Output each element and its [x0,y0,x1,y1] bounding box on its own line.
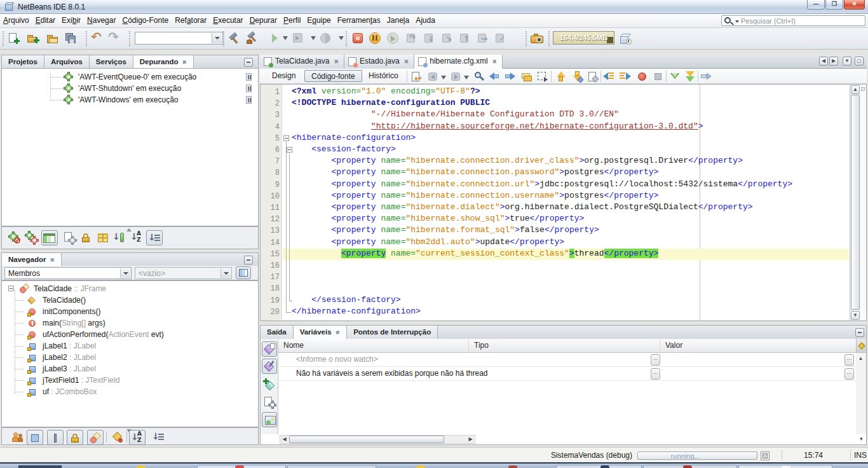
show-non-public-icon[interactable] [67,430,83,445]
continue-icon[interactable] [385,31,400,46]
tab-depurando[interactable]: Depurando✖ [133,55,194,69]
finish-session-icon[interactable] [7,230,22,245]
debug-threads-icon[interactable] [24,230,39,245]
doc-occurrence-icon[interactable] [587,70,599,83]
empty-combobox[interactable]: <vazio> [135,267,232,279]
menu-editar[interactable]: Editar [32,14,58,27]
debug-threads-tree[interactable]: 'AWT-EventQueue-0' em execução'AWT-Shutd… [1,68,259,226]
view-button-design[interactable]: Design [266,70,302,82]
close-tab-icon[interactable]: ✖ [492,59,498,65]
menu-executar[interactable]: Executar [210,14,246,27]
tab-projetos[interactable]: Projetos [2,55,44,69]
forward-icon[interactable] [449,70,462,83]
navigator-item[interactable]: jLabel3 : JLabel [2,363,258,375]
rect-selection-icon[interactable] [536,70,548,83]
variables-row[interactable]: <Informe o novo watch>...... [278,353,856,367]
view-button-histrico[interactable]: Histórico [362,70,405,82]
step-out-icon[interactable]: ↑ [458,31,473,46]
menu-arquivo[interactable]: Arquivo [0,14,32,27]
restore-button[interactable]: ❐ [825,0,843,10]
gui-snapshot-icon[interactable] [529,31,544,46]
new-project-icon[interactable] [25,31,41,46]
thread-row[interactable]: 'AWT-Shutdown' em execução [2,83,258,94]
tab-navegador[interactable]: Navegador✖ [2,253,62,266]
editor-tab-telacidade.java[interactable]: TelaCidade.java✖ [260,55,344,69]
column-header-nome[interactable]: Nome [278,339,469,353]
last-edit-icon[interactable]: ↩ [410,70,423,83]
show-monitors-icon[interactable] [95,230,111,245]
previous-occurrence-icon[interactable] [554,70,567,83]
variables-row[interactable]: Não há variáveis a serem exibidas porque… [278,367,856,381]
step-over-expression-icon[interactable]: ↓ [422,31,437,46]
variables-vertical-scrollbar[interactable]: ▲ [856,353,866,434]
shift-right-icon[interactable] [618,70,631,83]
show-inherited-icon[interactable] [10,430,25,445]
menu-navegar[interactable]: Navegar [84,14,119,27]
cancel-process-button[interactable] [761,451,770,460]
scroll-tabs-right-button[interactable]: ▶ [829,57,838,65]
suspend-sort-icon[interactable]: ↓ [112,230,127,245]
close-tab-icon[interactable]: ✖ [404,59,409,65]
edit-value-button[interactable]: ... [844,368,854,380]
back-icon[interactable] [426,70,439,83]
navigator-item[interactable]: ufActionPerformed(ActionEvent evt) [2,329,258,340]
run-project-icon[interactable] [268,31,283,46]
close-button[interactable]: ✕ [844,0,865,10]
show-fields-icon[interactable] [27,430,43,445]
edit-value-button[interactable]: ... [844,354,854,366]
table-settings-button[interactable] [856,339,866,353]
scroll-down-button[interactable]: ▼ [851,311,860,320]
minimize-navigator-button[interactable] [244,256,253,265]
column-header-tipo[interactable]: Tipo [469,339,660,353]
sort-alpha-icon[interactable]: ↓AZ [129,230,144,245]
tab-arquivos[interactable]: Arquivos [44,55,90,69]
sort-source-icon[interactable]: ↓ [151,430,166,445]
build-project-icon[interactable] [227,31,242,46]
navigator-item[interactable]: TelaCidade :: JFrame [2,283,258,294]
show-watches-icon[interactable] [262,341,277,357]
fold-toggle[interactable] [283,135,289,141]
show-static-icon[interactable] [47,430,64,445]
config-combobox[interactable] [135,32,223,45]
taskbar-button[interactable] [287,465,376,468]
variables-scroll-down[interactable]: ▼ [857,436,865,443]
memory-indicator[interactable]: 164,4/245,5MB [553,31,614,45]
pause-icon[interactable] [367,31,383,46]
tab-list-button[interactable]: ▼ [843,57,851,65]
finish-debugger-icon[interactable] [350,31,365,46]
menu-ajuda[interactable]: Ajuda [412,14,438,27]
navigator-item[interactable]: jTextField1 : JTextField [2,375,258,386]
navigator-item[interactable]: initComponents() [2,306,258,317]
close-tab-icon[interactable]: ✖ [50,257,55,263]
find-icon[interactable] [472,70,485,83]
menu-cdigofonte[interactable]: Código-Fonte [119,14,172,27]
fold-toggle[interactable] [287,147,292,153]
hscroll-thumb[interactable] [289,436,444,443]
edit-value-button[interactable]: ... [651,368,660,380]
show-locks-icon[interactable] [78,230,93,245]
filter-diamond-icon[interactable] [109,430,125,445]
editor-tab-estado.java[interactable]: Estado.java✖ [344,55,414,69]
editor-vertical-scrollbar[interactable]: ▲ ▼ [850,85,860,320]
thread-suspend-icon[interactable] [246,73,252,81]
sort-list-icon[interactable]: ↓ [146,230,163,245]
menu-refatorar[interactable]: Refatorar [172,14,210,27]
scrollbar-thumb[interactable] [851,95,860,310]
sort-alpha-icon[interactable]: ↓AZ [129,430,146,445]
debug-view-icon[interactable] [41,230,58,245]
show-evaluation-icon[interactable] [262,359,277,374]
find-next-icon[interactable] [504,70,517,83]
menu-ferramentas[interactable]: Ferramentas [334,14,384,27]
menu-janela[interactable]: Janela [384,14,412,27]
next-occurrence-icon[interactable] [571,70,583,83]
column-header-valor[interactable]: Valor [660,339,857,353]
tab-pontosdeinterrupção[interactable]: Pontos de Interrupção [347,326,438,339]
navigator-item[interactable]: jLabel2 : JLabel [2,352,258,363]
navigator-item[interactable]: main(String[] args) [2,317,258,329]
minimize-button[interactable]: — [807,0,825,10]
toggle-bookmark-icon[interactable] [683,70,696,83]
open-project-icon[interactable] [45,31,60,46]
profile-project-icon[interactable] [318,31,333,46]
taskbar-button[interactable] [18,465,62,468]
tab-variáveis[interactable]: Variáveis✖ [294,326,347,339]
